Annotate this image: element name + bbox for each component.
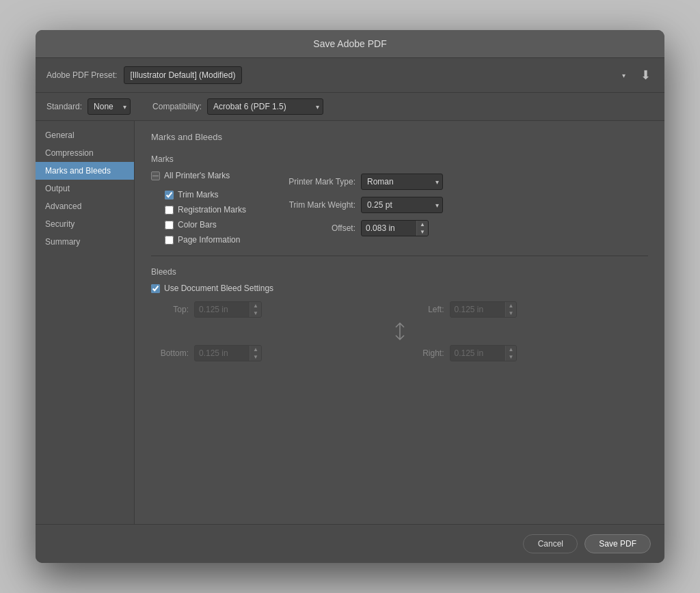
sidebar-item-marks-and-bleeds[interactable]: Marks and Bleeds: [36, 162, 134, 180]
bleed-bottom-field: Bottom: ▲ ▼: [151, 345, 393, 361]
all-printers-marks-row: All Printer's Marks: [151, 171, 246, 180]
standard-select[interactable]: None: [88, 98, 131, 115]
sidebar-item-general[interactable]: General: [36, 126, 134, 144]
bleed-bottom-input: [195, 348, 250, 358]
standard-group: Standard: None: [46, 98, 131, 115]
standard-label: Standard:: [46, 102, 82, 111]
bleed-left-label: Left:: [407, 305, 444, 314]
sidebar-item-compression[interactable]: Compression: [36, 144, 134, 162]
color-bars-row: Color Bars: [165, 220, 246, 230]
use-document-bleed-checkbox[interactable]: [151, 284, 160, 293]
compatibility-label: Compatibility:: [152, 102, 202, 111]
printer-mark-type-label: Printer Mark Type:: [273, 177, 355, 187]
marks-checkboxes: All Printer's Marks Trim Marks Registrat…: [151, 171, 246, 245]
printer-mark-type-combo-wrapper: Roman J-Mark: [361, 174, 443, 190]
bleed-bottom-spinner: ▲ ▼: [194, 345, 262, 361]
all-printers-marks-label: All Printer's Marks: [164, 171, 230, 180]
sidebar-item-output[interactable]: Output: [36, 180, 134, 197]
printer-mark-type-select[interactable]: Roman J-Mark: [361, 174, 443, 190]
bleed-top-input: [195, 305, 250, 314]
page-information-label: Page Information: [178, 235, 240, 245]
bleed-right-label: Right:: [407, 348, 444, 358]
offset-up-arrow[interactable]: ▲: [417, 221, 428, 228]
trim-mark-weight-label: Trim Mark Weight:: [273, 200, 355, 210]
bleed-right-field: Right: ▲ ▼: [407, 345, 649, 361]
bleed-top-field: Top: ▲ ▼: [151, 301, 393, 318]
offset-spinner: ▲ ▼: [361, 220, 429, 236]
preset-label: Adobe PDF Preset:: [46, 70, 117, 80]
registration-marks-checkbox[interactable]: [165, 206, 174, 215]
bleeds-section: Bleeds Use Document Bleed Settings Top: …: [151, 267, 648, 361]
bleed-bottom-down: ▼: [250, 353, 261, 361]
offset-label: Offset:: [273, 223, 355, 233]
bleed-bottom-arrows: ▲ ▼: [250, 346, 261, 361]
dialog: Save Adobe PDF Adobe PDF Preset: [Illust…: [36, 30, 664, 563]
marks-subtitle: Marks: [151, 154, 648, 164]
bleed-left-spinner: ▲ ▼: [450, 301, 517, 318]
bleed-left-down: ▼: [506, 309, 517, 317]
compatibility-group: Compatibility: Acrobat 6 (PDF 1.5): [152, 98, 323, 115]
bleed-right-input: [450, 348, 505, 358]
sidebar: General Compression Marks and Bleeds Out…: [36, 121, 135, 524]
use-document-bleed-label: Use Document Bleed Settings: [164, 284, 273, 293]
use-document-bleed-row: Use Document Bleed Settings: [151, 284, 648, 293]
link-icon: [151, 322, 648, 341]
printer-mark-type-row: Printer Mark Type: Roman J-Mark: [273, 174, 443, 190]
bleed-bottom-label: Bottom:: [151, 348, 189, 358]
trim-marks-row: Trim Marks: [165, 190, 246, 199]
trim-mark-weight-select[interactable]: 0.25 pt 0.50 pt 1.0 pt: [361, 197, 443, 213]
preset-select[interactable]: [Illustrator Default] (Modified): [124, 66, 242, 84]
preset-toolbar: Adobe PDF Preset: [Illustrator Default] …: [36, 58, 664, 93]
color-bars-checkbox[interactable]: [165, 221, 174, 230]
compatibility-select[interactable]: Acrobat 6 (PDF 1.5): [207, 98, 323, 115]
footer: Cancel Save PDF: [36, 524, 664, 563]
save-preset-icon[interactable]: ⬇: [638, 66, 654, 84]
bleed-left-input: [450, 305, 505, 314]
offset-row: Offset: ▲ ▼: [273, 220, 443, 236]
compatibility-combo-wrapper: Acrobat 6 (PDF 1.5): [207, 98, 323, 115]
bleed-right-spinner: ▲ ▼: [450, 345, 517, 361]
trim-marks-checkbox[interactable]: [165, 191, 174, 199]
bleed-right-arrows: ▲ ▼: [505, 346, 517, 361]
page-information-checkbox[interactable]: [165, 236, 174, 245]
section-title: Marks and Bleeds: [151, 132, 648, 145]
offset-input[interactable]: [362, 223, 416, 233]
bleed-top-up: ▲: [250, 302, 261, 309]
trim-mark-weight-combo-wrapper: 0.25 pt 0.50 pt 1.0 pt: [361, 197, 443, 213]
trim-mark-weight-row: Trim Mark Weight: 0.25 pt 0.50 pt 1.0 pt: [273, 197, 443, 213]
registration-marks-row: Registration Marks: [165, 205, 246, 215]
bleed-inputs-grid: Top: ▲ ▼ Left:: [151, 301, 648, 361]
trim-marks-label: Trim Marks: [178, 190, 219, 199]
bleed-left-arrows: ▲ ▼: [505, 302, 517, 317]
sidebar-item-security[interactable]: Security: [36, 215, 134, 233]
dialog-title: Save Adobe PDF: [313, 38, 386, 49]
bleed-top-down: ▼: [250, 309, 261, 317]
bleed-left-field: Left: ▲ ▼: [407, 301, 649, 318]
all-printers-marks-checkbox[interactable]: [151, 171, 160, 180]
bleed-top-label: Top:: [151, 305, 189, 314]
save-pdf-button[interactable]: Save PDF: [584, 534, 651, 553]
title-bar: Save Adobe PDF: [36, 30, 664, 58]
sidebar-item-summary[interactable]: Summary: [36, 233, 134, 251]
bleed-top-arrows: ▲ ▼: [250, 302, 261, 317]
section-divider: [151, 256, 648, 256]
offset-down-arrow[interactable]: ▼: [417, 228, 428, 236]
marks-settings: Printer Mark Type: Roman J-Mark Trim Mar…: [273, 171, 443, 245]
bleed-bottom-up: ▲: [250, 346, 261, 353]
offset-arrows: ▲ ▼: [416, 221, 428, 236]
bleed-right-up: ▲: [506, 346, 517, 353]
marks-grid: All Printer's Marks Trim Marks Registrat…: [151, 171, 648, 245]
cancel-button[interactable]: Cancel: [523, 534, 578, 553]
preset-select-wrapper: [Illustrator Default] (Modified): [124, 66, 631, 84]
bleed-right-down: ▼: [506, 353, 517, 361]
bleed-top-spinner: ▲ ▼: [194, 301, 262, 318]
color-bars-label: Color Bars: [178, 220, 217, 230]
main-content: General Compression Marks and Bleeds Out…: [36, 121, 664, 524]
standard-combo-wrapper: None: [88, 98, 131, 115]
standard-row: Standard: None Compatibility: Acrobat 6 …: [36, 93, 664, 121]
bleeds-subtitle: Bleeds: [151, 267, 648, 277]
bleed-left-up: ▲: [506, 302, 517, 309]
sidebar-item-advanced[interactable]: Advanced: [36, 197, 134, 215]
content-panel: Marks and Bleeds Marks All Printer's Mar…: [135, 121, 664, 524]
registration-marks-label: Registration Marks: [178, 205, 246, 215]
